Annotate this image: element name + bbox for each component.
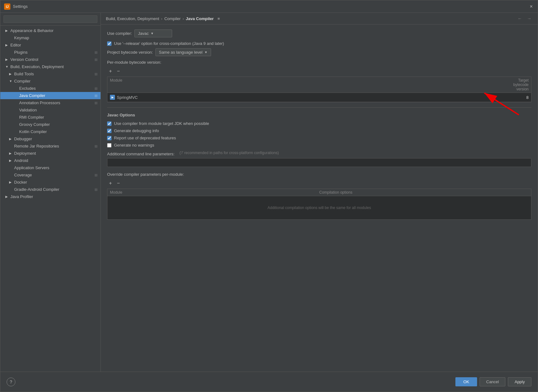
per-module-section: + − Module Target bytecode version ▶ Spr… [107,68,531,102]
sidebar-item-compiler[interactable]: ▼ Compiler [0,78,101,85]
nav-back-button[interactable]: ← [516,16,523,21]
opt4-checkbox[interactable] [107,143,111,148]
dropdown-arrow-icon: ▼ [150,32,154,35]
sidebar-item-label: Validation [19,108,37,112]
sidebar-item-label: Excludes [19,86,36,91]
close-button[interactable]: × [529,4,534,9]
add-override-button[interactable]: + [107,180,114,187]
table-row[interactable]: ▶ SpringMVC 8 [107,93,531,102]
help-button[interactable]: ? [7,378,15,386]
opt2-row: Generate debugging info [107,128,531,133]
cancel-button[interactable]: Cancel [480,377,505,386]
opt3-checkbox[interactable] [107,136,111,140]
additional-cmd-input[interactable] [107,158,531,167]
opt2-checkbox[interactable] [107,129,111,133]
section-divider [107,107,531,108]
compiler-value: Javac [138,31,149,36]
remove-override-button[interactable]: − [115,180,122,187]
sidebar-item-java-profiler[interactable]: ▶ Java Profiler [0,193,101,200]
ok-button[interactable]: OK [455,377,477,386]
search-input[interactable] [3,15,97,23]
content-area: Build, Execution, Deployment › Compiler … [101,13,538,372]
sidebar-item-annotation-processors[interactable]: Annotation Processors ▤ [0,99,101,106]
override-table: Module Compilation options Additional co… [107,189,531,220]
javac-options-title: Javac Options [107,113,531,117]
sidebar-item-android[interactable]: ▶ Android [0,157,101,164]
apply-button[interactable]: Apply [508,377,531,386]
override-table-header: Module Compilation options [107,189,531,196]
opt3-label: Report use of deprecated features [114,136,176,140]
sidebar-item-appearance[interactable]: ▶ Appearance & Behavior [0,27,101,34]
sidebar-item-debugger[interactable]: ▶ Debugger [0,135,101,142]
additional-cmd-header: Additional command line parameters: ('/'… [107,151,531,157]
sidebar-item-java-compiler[interactable]: Java Compiler ▤ [0,92,101,99]
sidebar-item-rmi-compiler[interactable]: RMI Compiler [0,114,101,121]
no-arrow [14,87,18,90]
sidebar-item-version-control[interactable]: ▶ Version Control ▤ [0,56,101,63]
remove-module-button[interactable]: − [115,68,122,75]
sidebar-item-plugins[interactable]: Plugins ▤ [0,49,101,56]
sidebar-item-app-servers[interactable]: Application Servers [0,164,101,171]
page-icon: ▤ [95,173,97,177]
sidebar-item-excludes[interactable]: Excludes ▤ [0,85,101,92]
expand-arrow: ▼ [9,79,13,83]
opt4-row: Generate no warnings [107,143,531,148]
sidebar-item-remote-jar[interactable]: Remote Jar Repositories ▤ [0,142,101,150]
override-empty-hint: Additional compilation options will be t… [107,196,531,219]
sidebar-item-label: Build, Execution, Deployment [10,64,64,69]
nav-forward-button[interactable]: → [526,16,533,21]
compiler-dropdown[interactable]: Javac ▼ [134,30,172,37]
no-arrow [14,115,18,119]
opt1-checkbox[interactable] [107,121,111,126]
sidebar-item-docker[interactable]: ▶ Docker [0,179,101,186]
sidebar-item-coverage[interactable]: Coverage ▤ [0,171,101,179]
use-compiler-label: Use compiler: [107,31,132,36]
sidebar-item-build-tools[interactable]: ▶ Build Tools ▤ [0,70,101,78]
sidebar-item-keymap[interactable]: Keymap [0,34,101,41]
sidebar-item-label: Annotation Processors [19,100,60,105]
sidebar-item-label: Java Profiler [10,194,33,199]
sidebar-item-label: Kotlin Compiler [19,129,47,134]
nav-tree: ▶ Appearance & Behavior Keymap ▶ Editor … [0,26,101,372]
sidebar-item-groovy-compiler[interactable]: Groovy Compiler [0,121,101,128]
sidebar-item-label: Gradle-Android Compiler [14,187,59,192]
expand-arrow: ▶ [9,152,13,155]
breadcrumb-menu-icon[interactable]: ≡ [217,16,220,21]
breadcrumb-bar: Build, Execution, Deployment › Compiler … [101,13,538,24]
no-arrow [9,188,13,191]
sidebar-item-kotlin-compiler[interactable]: Kotlin Compiler [0,128,101,135]
page-icon: ▤ [95,51,97,54]
expand-arrow: ▶ [9,137,13,141]
sidebar-item-deployment[interactable]: ▶ Deployment [0,150,101,157]
no-arrow [14,130,18,133]
sidebar-item-build-execution[interactable]: ▼ Build, Execution, Deployment [0,63,101,70]
sidebar-item-gradle-android[interactable]: Gradle-Android Compiler ▤ [0,186,101,193]
release-option-row: Use '--release' option for cross-compila… [107,41,531,46]
release-option-checkbox[interactable] [107,41,111,46]
sidebar-item-label: Java Compiler [19,93,45,98]
no-arrow [9,51,13,54]
sidebar-item-label: Keymap [14,35,29,40]
sidebar-item-label: Plugins [14,50,28,55]
breadcrumb-part3: Java Compiler [186,16,214,21]
sidebar: ▶ Appearance & Behavior Keymap ▶ Editor … [0,13,101,372]
sidebar-item-label: Build Tools [14,72,34,76]
add-module-button[interactable]: + [107,68,114,75]
sidebar-item-label: Appearance & Behavior [10,28,53,33]
sidebar-item-label: RMI Compiler [19,115,44,120]
expand-arrow: ▶ [5,58,9,61]
sidebar-item-label: Version Control [10,57,38,62]
page-icon: ▤ [95,87,97,90]
no-arrow [14,123,18,126]
table-header: Module Target bytecode version [107,77,531,93]
title-bar: IJ Settings × [0,0,538,13]
opt3-row: Report use of deprecated features [107,136,531,140]
module-icon: ▶ [110,95,115,100]
bottom-bar: ? OK Cancel Apply [0,372,538,392]
sidebar-item-editor[interactable]: ▶ Editor [0,41,101,49]
no-arrow [14,108,18,112]
page-icon: ▤ [95,72,97,76]
main-content: ▶ Appearance & Behavior Keymap ▶ Editor … [0,13,538,372]
project-bytecode-dropdown[interactable]: Same as language level ▼ [155,48,211,56]
sidebar-item-validation[interactable]: Validation [0,106,101,114]
